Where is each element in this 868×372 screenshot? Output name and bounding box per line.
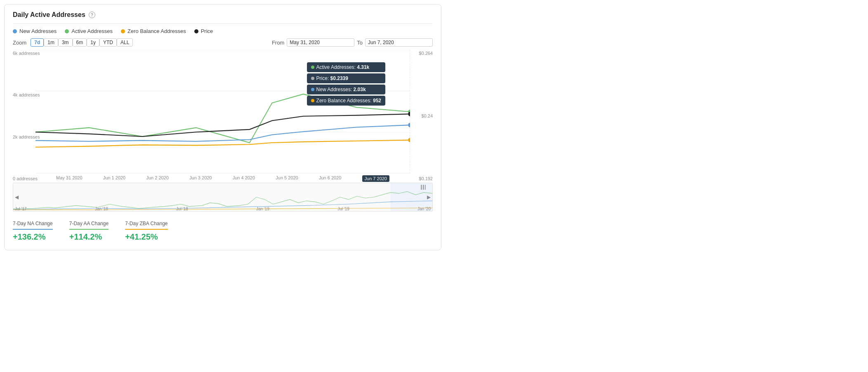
legend-dot-price [194,29,198,33]
help-icon[interactable]: ? [89,12,95,18]
resize-handle[interactable] [421,185,426,191]
date-range: From To [272,38,433,47]
x-axis-label: Jun 4 2020 [233,175,255,182]
tooltip-item: New Addresses: 2.03k [307,85,385,94]
legend-label-price: Price [201,28,213,34]
stat-label: 7-Day ZBA Change [125,221,167,226]
legend-label-new: New Addresses [19,28,57,34]
y-axis-right: $0.264$0.24$0.192 [419,50,433,182]
stat-item: 7-Day AA Change +114.2% [69,221,108,242]
y-axis-right-label: $0.264 [419,51,433,56]
x-axis-label: Jun 5 2020 [276,175,298,182]
tooltip-item: Price: $0.2339 [307,73,385,83]
x-axis-label: Jun 2 2020 [146,175,168,182]
x-axis-label: Jun 6 2020 [319,175,341,182]
chart-container: 6k addresses4k addresses2k addresses0 ad… [13,50,433,182]
stat-underline [69,229,108,230]
svg-point-8 [408,138,410,142]
zoom-btn-7d[interactable]: 7d [31,38,44,47]
x-axis-label: May 31 2020 [56,175,83,182]
daily-active-addresses-card: Daily Active Addresses ? New AddressesAc… [4,4,441,250]
mini-x-label: Jan '20 [417,207,431,211]
mini-x-label: Jan '19 [256,207,269,211]
x-axis-label: Jun 1 2020 [103,175,125,182]
chart-legend: New AddressesActive AddressesZero Balanc… [13,28,433,34]
legend-label-zba: Zero Balance Addresses [127,28,186,34]
stat-underline [13,229,53,230]
zoom-label: Zoom [13,40,26,46]
x-axis-labels: May 31 2020Jun 1 2020Jun 2 2020Jun 3 202… [35,175,410,182]
scroll-left-arrow[interactable]: ◀ [15,194,19,200]
legend-dot-active [65,29,69,33]
legend-item-zba[interactable]: Zero Balance Addresses [121,28,186,34]
svg-rect-11 [423,185,424,190]
mini-chart[interactable]: Jul '17 Jan '18 Jul '18 Jan '19 Jul '19 … [13,183,433,212]
tooltip-box: Active Addresses: 4.31kPrice: $0.2339New… [307,62,385,106]
legend-item-price[interactable]: Price [194,28,213,34]
stat-item: 7-Day NA Change +136.2% [13,221,53,242]
legend-dot-zba [121,29,125,33]
zoom-btn-YTD[interactable]: YTD [99,38,117,47]
mini-x-label: Jan '18 [95,207,108,211]
svg-rect-10 [421,185,422,190]
zoom-btn-1y[interactable]: 1y [87,38,99,47]
chart-toolbar: Zoom 7d1m3m6m1yYTDALL From To [13,38,433,47]
card-title: Daily Active Addresses [13,11,85,19]
x-axis-label: Jun 7 2020 [362,175,389,182]
legend-item-new[interactable]: New Addresses [13,28,57,34]
mini-x-label: Jul '18 [176,207,188,211]
legend-item-active[interactable]: Active Addresses [65,28,113,34]
svg-point-7 [408,123,410,127]
y-axis-right-label: $0.24 [419,113,433,118]
stat-value: +114.2% [69,232,108,242]
main-chart: Active Addresses: 4.31kPrice: $0.2339New… [35,50,410,174]
to-label: To [357,40,363,46]
stat-label: 7-Day NA Change [13,221,53,226]
zoom-btn-1m[interactable]: 1m [44,38,58,47]
stat-label: 7-Day AA Change [69,221,108,226]
zoom-btn-6m[interactable]: 6m [73,38,87,47]
stat-item: 7-Day ZBA Change +41.25% [125,221,167,242]
svg-rect-12 [425,185,426,190]
to-date-input[interactable] [365,38,433,47]
legend-label-active: Active Addresses [71,28,113,34]
from-label: From [272,40,284,46]
x-axis-label: Jun 3 2020 [189,175,212,182]
zoom-btn-ALL[interactable]: ALL [117,38,133,47]
from-date-input[interactable] [287,38,354,47]
y-axis-right-label: $0.192 [419,176,433,181]
mini-x-label: Jul '17 [15,207,27,211]
stat-value: +136.2% [13,232,53,242]
zoom-buttons: 7d1m3m6m1yYTDALL [31,38,133,47]
zoom-controls: Zoom 7d1m3m6m1yYTDALL [13,38,133,47]
mini-x-label: Jul '19 [337,207,349,211]
mini-chart-svg [13,183,432,211]
stat-underline [125,229,167,230]
stat-value: +41.25% [125,232,167,242]
stats-section: 7-Day NA Change +136.2% 7-Day AA Change … [13,217,433,242]
zoom-btn-3m[interactable]: 3m [58,38,73,47]
tooltip-item: Zero Balance Addresses: 952 [307,96,385,106]
scroll-right-arrow[interactable]: ▶ [427,194,431,200]
legend-dot-new [13,29,17,33]
tooltip-item: Active Addresses: 4.31k [307,62,385,72]
